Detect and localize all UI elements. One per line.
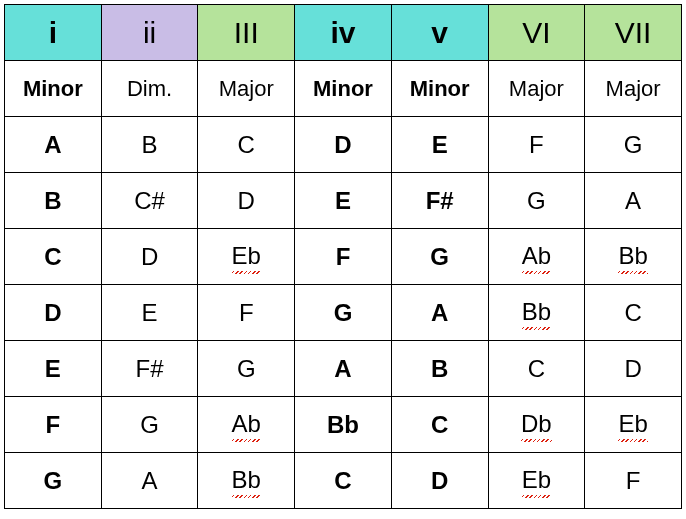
table-row: FGAbBbCDbEb [5, 397, 682, 453]
cell-iv: E [295, 173, 392, 229]
spellcheck-underline: Bb [232, 466, 261, 496]
quality-III: Major [198, 61, 295, 117]
col-header-ii: ii [101, 5, 198, 61]
spellcheck-underline: Db [521, 410, 552, 440]
quality-row: Minor Dim. Major Minor Minor Major Major [5, 61, 682, 117]
quality-VII: Major [585, 61, 682, 117]
spellcheck-underline: Eb [522, 466, 551, 496]
quality-i: Minor [5, 61, 102, 117]
cell-v: A [391, 285, 488, 341]
cell-ii: E [101, 285, 198, 341]
cell-VI: C [488, 341, 585, 397]
cell-VII: G [585, 117, 682, 173]
spellcheck-underline: Bb [522, 298, 551, 328]
cell-III: Ab [198, 397, 295, 453]
cell-III: D [198, 173, 295, 229]
cell-iv: Bb [295, 397, 392, 453]
cell-ii: B [101, 117, 198, 173]
spellcheck-underline: Eb [618, 410, 647, 440]
cell-v: G [391, 229, 488, 285]
col-header-v: v [391, 5, 488, 61]
cell-ii: F# [101, 341, 198, 397]
cell-VI: Db [488, 397, 585, 453]
cell-ii: D [101, 229, 198, 285]
cell-III: Bb [198, 453, 295, 509]
quality-iv: Minor [295, 61, 392, 117]
col-header-VII: VII [585, 5, 682, 61]
cell-ii: A [101, 453, 198, 509]
cell-ii: C# [101, 173, 198, 229]
quality-VI: Major [488, 61, 585, 117]
quality-ii: Dim. [101, 61, 198, 117]
table-row: GABbCDEbF [5, 453, 682, 509]
roman-numeral-row: i ii III iv v VI VII [5, 5, 682, 61]
table-row: DEFGABbC [5, 285, 682, 341]
chord-chart-table: i ii III iv v VI VII Minor Dim. Major Mi… [4, 4, 682, 509]
col-header-i: i [5, 5, 102, 61]
cell-v: E [391, 117, 488, 173]
cell-i: A [5, 117, 102, 173]
cell-VI: Eb [488, 453, 585, 509]
spellcheck-underline: Bb [618, 242, 647, 272]
cell-III: G [198, 341, 295, 397]
cell-VI: Bb [488, 285, 585, 341]
cell-VII: Eb [585, 397, 682, 453]
cell-III: Eb [198, 229, 295, 285]
cell-VI: G [488, 173, 585, 229]
data-rows: ABCDEFGBC#DEF#GACDEbFGAbBbDEFGABbCEF#GAB… [5, 117, 682, 509]
table-row: ABCDEFG [5, 117, 682, 173]
table-row: CDEbFGAbBb [5, 229, 682, 285]
cell-iv: A [295, 341, 392, 397]
cell-i: B [5, 173, 102, 229]
spellcheck-underline: Ab [522, 242, 551, 272]
cell-VI: Ab [488, 229, 585, 285]
cell-v: F# [391, 173, 488, 229]
cell-i: C [5, 229, 102, 285]
cell-VI: F [488, 117, 585, 173]
cell-v: C [391, 397, 488, 453]
table-row: EF#GABCD [5, 341, 682, 397]
cell-VII: D [585, 341, 682, 397]
cell-ii: G [101, 397, 198, 453]
cell-III: C [198, 117, 295, 173]
spellcheck-underline: Eb [232, 242, 261, 272]
cell-III: F [198, 285, 295, 341]
cell-VII: Bb [585, 229, 682, 285]
spellcheck-underline: Ab [232, 410, 261, 440]
col-header-iv: iv [295, 5, 392, 61]
cell-i: G [5, 453, 102, 509]
cell-v: B [391, 341, 488, 397]
cell-i: E [5, 341, 102, 397]
cell-iv: G [295, 285, 392, 341]
quality-v: Minor [391, 61, 488, 117]
col-header-VI: VI [488, 5, 585, 61]
cell-iv: D [295, 117, 392, 173]
cell-VII: A [585, 173, 682, 229]
cell-v: D [391, 453, 488, 509]
cell-i: F [5, 397, 102, 453]
table-row: BC#DEF#GA [5, 173, 682, 229]
cell-i: D [5, 285, 102, 341]
cell-iv: F [295, 229, 392, 285]
cell-VII: C [585, 285, 682, 341]
cell-VII: F [585, 453, 682, 509]
cell-iv: C [295, 453, 392, 509]
col-header-III: III [198, 5, 295, 61]
